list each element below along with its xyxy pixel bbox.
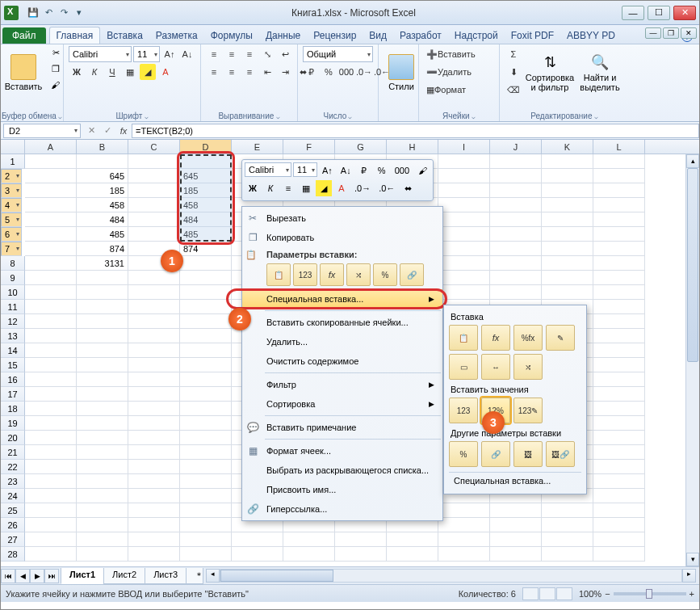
row-header[interactable]: 20	[1, 431, 25, 445]
row-header[interactable]: 4	[1, 198, 22, 212]
delete-cells-button[interactable]: ➖ Удалить	[424, 64, 474, 80]
cell[interactable]	[490, 242, 542, 256]
cell[interactable]	[128, 402, 180, 416]
ctx-sort[interactable]: Сортировка▶	[242, 394, 442, 414]
hscroll-thumb[interactable]	[220, 570, 333, 582]
cell[interactable]	[25, 271, 77, 285]
cell[interactable]	[438, 183, 490, 198]
tab-addins[interactable]: Надстрой	[448, 27, 505, 44]
sub-paste-formulas-fmt-icon[interactable]: %fx	[513, 325, 543, 351]
col-header[interactable]: K	[542, 140, 593, 154]
cell[interactable]	[25, 358, 77, 372]
cell[interactable]	[25, 169, 77, 183]
cell[interactable]	[593, 285, 645, 300]
row-header[interactable]: 28	[1, 547, 25, 562]
sub-paste-link-icon[interactable]: 🔗	[481, 441, 510, 467]
cell[interactable]	[77, 503, 128, 518]
zoom-slider[interactable]	[614, 592, 686, 595]
cell[interactable]	[25, 212, 77, 227]
number-format-select[interactable]: Общий	[303, 46, 373, 62]
cell[interactable]	[542, 503, 593, 518]
comma-icon[interactable]: 000	[338, 64, 354, 80]
mini-font-size[interactable]: 11	[293, 162, 317, 177]
select-all-corner[interactable]	[1, 140, 25, 154]
copy-icon[interactable]: ❐	[52, 64, 60, 74]
cell[interactable]	[77, 271, 128, 285]
align-right-icon[interactable]: ≡	[241, 64, 258, 80]
cell[interactable]	[25, 154, 77, 169]
tab-developer[interactable]: Разработ	[393, 27, 448, 44]
cell[interactable]	[25, 503, 77, 518]
cell[interactable]	[180, 474, 232, 489]
sub-paste-formulas-icon[interactable]: fx	[481, 325, 510, 351]
sub-paste-widths-icon[interactable]: ↔	[481, 354, 510, 380]
cell[interactable]	[77, 416, 128, 431]
cell[interactable]	[128, 271, 180, 285]
enter-formula-icon[interactable]: ✓	[99, 125, 115, 136]
ctx-paste-special[interactable]: Специальная вставка... ▶	[242, 289, 442, 309]
ctx-insert-comment[interactable]: 💬Вставить примечание	[242, 418, 442, 437]
cell[interactable]	[593, 358, 645, 372]
cell[interactable]: 485	[77, 227, 128, 242]
normal-view-button[interactable]	[522, 587, 539, 600]
cell[interactable]	[542, 532, 593, 547]
col-header[interactable]: G	[335, 140, 387, 154]
cell[interactable]: 185	[77, 183, 128, 198]
align-center-icon[interactable]: ≡	[224, 64, 240, 80]
cell[interactable]	[180, 518, 232, 532]
cell[interactable]	[490, 271, 542, 285]
cell[interactable]	[593, 518, 645, 532]
cell[interactable]	[77, 343, 128, 358]
scroll-right-arrow[interactable]: ▸	[682, 569, 696, 583]
cell[interactable]	[128, 460, 180, 474]
mini-shrink-font-icon[interactable]: A↓	[337, 162, 354, 179]
cell[interactable]	[593, 387, 645, 402]
increase-indent-icon[interactable]: ⇥	[277, 64, 293, 80]
tab-abbyy[interactable]: ABBYY PD	[560, 27, 622, 44]
autosum-icon[interactable]: Σ	[505, 46, 522, 62]
cell[interactable]	[438, 285, 490, 300]
ctx-format-cells[interactable]: ▦Формат ячеек...	[242, 441, 442, 461]
cell[interactable]	[593, 402, 645, 416]
cell[interactable]	[438, 532, 490, 547]
cell[interactable]	[128, 445, 180, 460]
sub-paste-transpose-icon[interactable]: ⤭	[513, 354, 543, 380]
cell[interactable]	[542, 154, 593, 169]
cell[interactable]	[180, 503, 232, 518]
tab-view[interactable]: Вид	[363, 27, 393, 44]
row-header[interactable]: 21	[1, 445, 25, 460]
cell[interactable]	[77, 460, 128, 474]
col-header[interactable]: F	[283, 140, 335, 154]
cell[interactable]	[77, 474, 128, 489]
qat-undo-icon[interactable]: ↶	[42, 6, 55, 19]
shrink-font-icon[interactable]: A↓	[179, 46, 195, 62]
format-cells-button[interactable]: ▦ Формат	[424, 82, 468, 98]
maximize-button[interactable]: ☐	[648, 6, 670, 20]
grow-font-icon[interactable]: A↑	[161, 46, 178, 62]
cell[interactable]: 458	[77, 198, 128, 212]
row-header[interactable]: 7	[1, 242, 22, 256]
cell[interactable]	[593, 329, 645, 343]
scroll-left-arrow[interactable]: ◂	[206, 569, 220, 583]
mini-border-icon[interactable]: ▦	[298, 180, 314, 196]
cell[interactable]	[180, 343, 232, 358]
mini-increase-decimal-icon[interactable]: .0→	[351, 180, 374, 196]
zoom-in-button[interactable]: +	[690, 589, 694, 599]
row-header[interactable]: 22	[1, 460, 25, 474]
tab-data[interactable]: Данные	[259, 27, 307, 44]
cell[interactable]	[593, 169, 645, 183]
cell[interactable]	[593, 343, 645, 358]
cell[interactable]	[593, 431, 645, 445]
cell[interactable]	[128, 431, 180, 445]
border-button[interactable]: ▦	[122, 64, 138, 80]
mini-font-name[interactable]: Calibri	[245, 162, 291, 177]
ctx-cut[interactable]: ✂Вырезать	[242, 208, 442, 228]
row-header[interactable]: 18	[1, 402, 25, 416]
page-break-view-button[interactable]	[556, 587, 572, 600]
cell[interactable]	[180, 402, 232, 416]
cell[interactable]: 874	[180, 242, 232, 256]
cell[interactable]	[180, 416, 232, 431]
close-button[interactable]: ✕	[673, 6, 696, 20]
align-left-icon[interactable]: ≡	[206, 64, 222, 80]
cell[interactable]	[25, 343, 77, 358]
